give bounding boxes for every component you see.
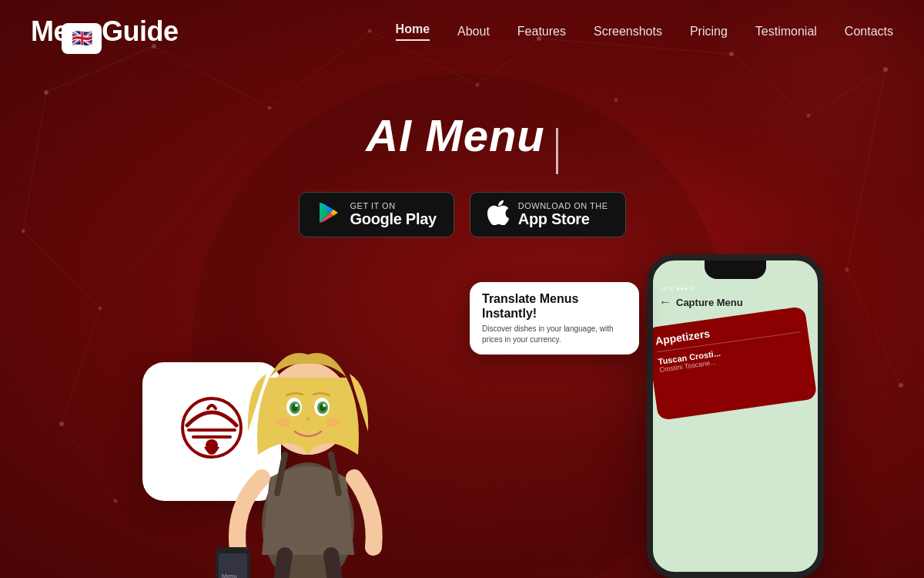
app-store-name-label: App Store bbox=[518, 210, 608, 228]
menu-card: Appetizers Tuscan Crosti... Crostini Tos… bbox=[647, 306, 817, 421]
hero-title: AI Menu bbox=[366, 109, 545, 161]
back-arrow-icon: ← bbox=[659, 295, 671, 309]
character-illustration: Menu bbox=[177, 208, 439, 578]
svg-line-31 bbox=[847, 270, 901, 385]
header: MenuGuide Home About Features Screenshot… bbox=[0, 0, 924, 63]
svg-point-47 bbox=[323, 404, 326, 407]
title-decoration-line bbox=[556, 128, 558, 174]
nav-about[interactable]: About bbox=[457, 25, 490, 39]
translate-title: Translate Menus Instantly! bbox=[482, 291, 627, 321]
hero-section: AI Menu bbox=[0, 63, 924, 284]
phone-mockup: 14:56 ●●● R... ← Capture Menu Appetizers… bbox=[647, 254, 824, 578]
nav-contacts[interactable]: Contacts bbox=[845, 25, 893, 39]
phone-notch bbox=[705, 260, 766, 279]
language-button[interactable]: 🇬🇧 bbox=[62, 23, 102, 54]
translate-bubble: Translate Menus Instantly! Discover dish… bbox=[470, 282, 639, 355]
phone-status-bar: 14:56 ●●● R... bbox=[659, 285, 812, 292]
svg-text:Menu: Menu bbox=[222, 573, 237, 578]
app-store-text: Download on the App Store bbox=[518, 201, 608, 228]
nav-pricing[interactable]: Pricing bbox=[690, 25, 728, 39]
svg-line-27 bbox=[62, 424, 116, 501]
app-store-sub-label: Download on the bbox=[518, 201, 608, 210]
svg-line-26 bbox=[62, 308, 100, 424]
main-nav: Home About Features Screenshots Pricing … bbox=[396, 22, 893, 41]
svg-point-46 bbox=[295, 404, 298, 407]
flag-icon: 🇬🇧 bbox=[72, 29, 92, 49]
hero-title-wrapper: AI Menu bbox=[366, 109, 558, 192]
nav-screenshots[interactable]: Screenshots bbox=[594, 25, 662, 39]
translate-subtitle: Discover dishes in your language, with p… bbox=[482, 324, 627, 345]
brand-logo: MenuGuide bbox=[31, 15, 179, 48]
svg-point-49 bbox=[325, 418, 340, 427]
app-store-button[interactable]: Download on the App Store bbox=[470, 192, 626, 237]
nav-home[interactable]: Home bbox=[396, 22, 430, 41]
phone-screen: 14:56 ●●● R... ← Capture Menu Appetizers… bbox=[653, 285, 818, 410]
nav-features[interactable]: Features bbox=[517, 25, 566, 39]
capture-menu-label: Capture Menu bbox=[676, 297, 743, 308]
svg-point-48 bbox=[276, 418, 291, 427]
apple-icon bbox=[487, 200, 509, 229]
nav-testimonial[interactable]: Testimonial bbox=[755, 25, 817, 39]
